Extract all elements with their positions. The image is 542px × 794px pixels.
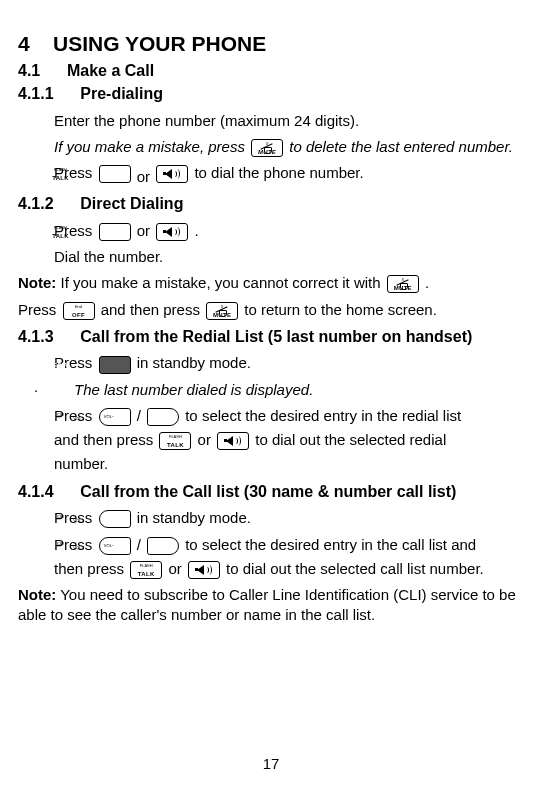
or-text: or: [198, 431, 216, 448]
heading-4: 4 USING YOUR PHONE: [18, 30, 524, 58]
talk-key-icon: FLASHTALK: [99, 165, 131, 183]
text-c: then press: [54, 560, 128, 577]
step-rd-2-cont2: number.: [18, 454, 524, 474]
speaker-key-icon: [188, 561, 220, 579]
talk-key-icon: FLASHTALK: [159, 432, 191, 450]
heading-title: USING YOUR PHONE: [53, 32, 266, 55]
step-num: 1.: [18, 111, 54, 131]
talk-key-icon: FLASHTALK: [99, 223, 131, 241]
text-c: and then press: [54, 431, 157, 448]
redial-key-icon: REDIAL: [99, 356, 131, 374]
step-cl-1: 1.Press CID VOL+ in standby mode.: [18, 508, 524, 528]
text-b: in standby mode.: [137, 509, 251, 526]
text-b: to select the desired entry in the call …: [185, 536, 476, 553]
heading-num: 4.1.1: [18, 85, 54, 102]
voldn-key-icon: VOL−: [147, 408, 179, 426]
note-text: If you make a mistake, you cannot correc…: [56, 274, 384, 291]
step-num: 2.: [18, 163, 54, 183]
step-rd-2-cont: and then press FLASHTALK or to dial out …: [18, 430, 524, 450]
heading-num: 4.1.4: [18, 483, 54, 500]
heading-num: 4: [18, 32, 30, 55]
text-a: Press: [18, 301, 61, 318]
heading-title: Pre-dialing: [80, 85, 163, 102]
step-num: 2.: [18, 535, 54, 555]
or-text: or: [137, 168, 150, 185]
text-b: in standby mode.: [137, 354, 251, 371]
speaker-key-icon: [156, 223, 188, 241]
text-b: to dial the phone number.: [194, 164, 363, 181]
note-dd-2: Press EndOFF and then press XMUTE to ret…: [18, 300, 524, 320]
heading-title: Make a Call: [67, 62, 154, 79]
step-dd-1: 1.Press FLASHTALK or .: [18, 221, 524, 241]
text-a: If you make a mistake, press: [54, 138, 249, 155]
text-b: to select the desired entry in the redia…: [185, 407, 461, 424]
end-key-icon: EndOFF: [63, 302, 95, 320]
talk-key-icon: FLASHTALK: [130, 561, 162, 579]
mute-key-icon: XMUTE: [251, 139, 283, 157]
step-rd-bullet: The last number dialed is displayed.: [18, 380, 524, 400]
text-end: .: [194, 222, 198, 239]
mute-key-icon: XMUTE: [206, 302, 238, 320]
heading-4-1-4: 4.1.4 Call from the Call list (30 name &…: [18, 481, 524, 503]
step-rd-2: 2.Press CID VOL+ / VOL− to select the de…: [18, 406, 524, 426]
step-num: 1.: [18, 353, 54, 373]
mute-key-icon: XMUTE: [387, 275, 419, 293]
note-label: Note:: [18, 274, 56, 291]
step-num: 2.: [18, 247, 54, 267]
bullet-icon: [54, 381, 74, 398]
volup-key-icon: CID VOL+: [99, 510, 131, 528]
text-e: number.: [54, 455, 108, 472]
speaker-key-icon: [156, 165, 188, 183]
page-number: 17: [0, 754, 542, 774]
note-label: Note:: [18, 586, 56, 603]
heading-num: 4.1: [18, 62, 40, 79]
step-pd-1-note: If you make a mistake, press XMUTE to de…: [18, 137, 524, 157]
heading-4-1: 4.1 Make a Call: [18, 60, 524, 82]
heading-num: 4.1.3: [18, 328, 54, 345]
step-num: 1.: [18, 508, 54, 528]
step-cl-2-cont: then press FLASHTALK or to dial out the …: [18, 559, 524, 579]
heading-4-1-1: 4.1.1 Pre-dialing: [18, 83, 524, 105]
bullet-text: The last number dialed is displayed.: [74, 381, 313, 398]
text-b: and then press: [101, 301, 204, 318]
step-rd-1: 1.Press REDIAL in standby mode.: [18, 353, 524, 373]
heading-num: 4.1.2: [18, 195, 54, 212]
step-dd-2: 2.Dial the number.: [18, 247, 524, 267]
step-pd-2: 2.Press FLASHTALK or to dial the phone n…: [18, 163, 524, 187]
heading-title: Call from the Call list (30 name & numbe…: [80, 483, 456, 500]
note-cl: Note: You need to subscribe to Caller Li…: [18, 585, 524, 626]
text-d: to dial out the selected call list numbe…: [226, 560, 484, 577]
speaker-key-icon: [217, 432, 249, 450]
text-d: to dial out the selected redial: [255, 431, 446, 448]
note-end: .: [425, 274, 429, 291]
note-dd-1: Note: If you make a mistake, you cannot …: [18, 273, 524, 293]
heading-title: Direct Dialing: [80, 195, 183, 212]
or-text: or: [168, 560, 186, 577]
step-text: Dial the number.: [54, 248, 163, 265]
heading-4-1-2: 4.1.2 Direct Dialing: [18, 193, 524, 215]
heading-4-1-3: 4.1.3 Call from the Redial List (5 last …: [18, 326, 524, 348]
text-b: to delete the last entered number.: [289, 138, 513, 155]
note-text: You need to subscribe to Caller Line Ide…: [18, 586, 516, 623]
step-pd-1: 1.Enter the phone number (maximum 24 dig…: [18, 111, 524, 131]
voldn-key-icon: VOL−: [147, 537, 179, 555]
step-text: Enter the phone number (maximum 24 digit…: [54, 112, 359, 129]
step-num: 1.: [18, 221, 54, 241]
or-text: or: [137, 222, 155, 239]
text-c: to return to the home screen.: [244, 301, 437, 318]
heading-title: Call from the Redial List (5 last number…: [80, 328, 472, 345]
step-cl-2: 2.Press CID VOL+ / VOL− to select the de…: [18, 535, 524, 555]
step-num: 2.: [18, 406, 54, 426]
